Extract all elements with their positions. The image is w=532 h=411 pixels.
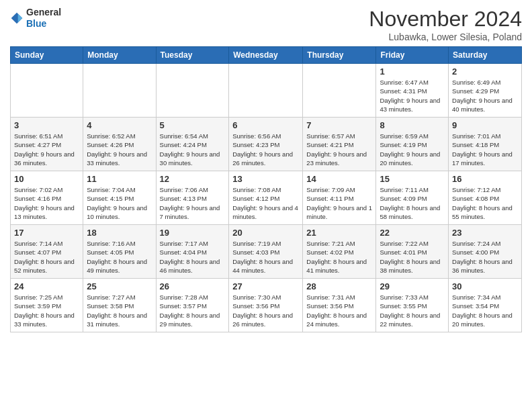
day-info: Sunrise: 6:56 AM Sunset: 4:23 PM Dayligh… [232, 132, 299, 167]
day-cell: 23Sunrise: 7:24 AM Sunset: 4:00 PM Dayli… [449, 225, 522, 279]
day-cell: 12Sunrise: 7:06 AM Sunset: 4:13 PM Dayli… [156, 171, 229, 225]
day-info: Sunrise: 7:33 AM Sunset: 3:55 PM Dayligh… [380, 293, 445, 328]
day-cell: 5Sunrise: 6:54 AM Sunset: 4:24 PM Daylig… [156, 118, 229, 171]
logo-text: General Blue [26, 7, 61, 30]
day-cell: 11Sunrise: 7:04 AM Sunset: 4:15 PM Dayli… [83, 171, 156, 225]
weekday-tuesday: Tuesday [156, 47, 229, 64]
day-info: Sunrise: 7:30 AM Sunset: 3:56 PM Dayligh… [232, 293, 299, 328]
weekday-thursday: Thursday [303, 47, 376, 64]
day-number: 20 [232, 228, 299, 238]
day-cell: 24Sunrise: 7:25 AM Sunset: 3:59 PM Dayli… [11, 279, 83, 332]
day-cell: 1Sunrise: 6:47 AM Sunset: 4:31 PM Daylig… [376, 64, 449, 118]
logo: General Blue [10, 7, 61, 30]
day-number: 18 [87, 228, 152, 238]
day-info: Sunrise: 7:02 AM Sunset: 4:16 PM Dayligh… [14, 185, 79, 221]
day-info: Sunrise: 7:08 AM Sunset: 4:12 PM Dayligh… [232, 185, 299, 221]
logo-icon [10, 11, 24, 25]
day-cell: 6Sunrise: 6:56 AM Sunset: 4:23 PM Daylig… [229, 118, 303, 171]
day-number: 27 [232, 281, 299, 291]
day-cell: 16Sunrise: 7:12 AM Sunset: 4:08 PM Dayli… [449, 171, 522, 225]
day-number: 15 [380, 174, 445, 184]
weekday-friday: Friday [376, 47, 449, 64]
day-cell: 26Sunrise: 7:28 AM Sunset: 3:57 PM Dayli… [156, 279, 229, 332]
header: General Blue November 2024 Lubawka, Lowe… [10, 7, 522, 42]
logo-general: General [26, 7, 61, 18]
day-cell: 30Sunrise: 7:34 AM Sunset: 3:54 PM Dayli… [449, 279, 522, 332]
day-info: Sunrise: 7:34 AM Sunset: 3:54 PM Dayligh… [452, 293, 518, 328]
day-number: 1 [380, 66, 445, 77]
day-number: 30 [452, 281, 518, 291]
day-number: 22 [380, 228, 445, 238]
day-cell: 21Sunrise: 7:21 AM Sunset: 4:02 PM Dayli… [303, 225, 376, 279]
day-cell: 20Sunrise: 7:19 AM Sunset: 4:03 PM Dayli… [229, 225, 303, 279]
day-info: Sunrise: 6:47 AM Sunset: 4:31 PM Dayligh… [380, 78, 445, 113]
day-cell: 10Sunrise: 7:02 AM Sunset: 4:16 PM Dayli… [11, 171, 83, 225]
day-number: 12 [160, 174, 226, 184]
day-number: 14 [306, 174, 372, 184]
day-info: Sunrise: 7:01 AM Sunset: 4:18 PM Dayligh… [452, 132, 518, 167]
day-cell: 7Sunrise: 6:57 AM Sunset: 4:21 PM Daylig… [303, 118, 376, 171]
day-info: Sunrise: 7:27 AM Sunset: 3:58 PM Dayligh… [87, 293, 152, 328]
day-cell: 22Sunrise: 7:22 AM Sunset: 4:01 PM Dayli… [376, 225, 449, 279]
weekday-saturday: Saturday [449, 47, 522, 64]
week-row-5: 24Sunrise: 7:25 AM Sunset: 3:59 PM Dayli… [11, 279, 522, 332]
day-info: Sunrise: 7:06 AM Sunset: 4:13 PM Dayligh… [160, 185, 226, 221]
day-number: 11 [87, 174, 152, 184]
day-cell: 14Sunrise: 7:09 AM Sunset: 4:11 PM Dayli… [303, 171, 376, 225]
day-info: Sunrise: 7:25 AM Sunset: 3:59 PM Dayligh… [14, 293, 79, 328]
location-subtitle: Lubawka, Lower Silesia, Poland [369, 32, 522, 42]
day-cell [11, 64, 83, 118]
day-info: Sunrise: 7:19 AM Sunset: 4:03 PM Dayligh… [232, 239, 299, 275]
day-number: 24 [14, 281, 79, 291]
month-title: November 2024 [369, 7, 522, 32]
day-cell: 19Sunrise: 7:17 AM Sunset: 4:04 PM Dayli… [156, 225, 229, 279]
day-info: Sunrise: 7:17 AM Sunset: 4:04 PM Dayligh… [160, 239, 226, 275]
day-cell: 3Sunrise: 6:51 AM Sunset: 4:27 PM Daylig… [11, 118, 83, 171]
day-number: 9 [452, 120, 518, 130]
day-info: Sunrise: 7:12 AM Sunset: 4:08 PM Dayligh… [452, 185, 518, 221]
day-info: Sunrise: 6:51 AM Sunset: 4:27 PM Dayligh… [14, 132, 79, 167]
day-number: 3 [14, 120, 79, 130]
week-row-4: 17Sunrise: 7:14 AM Sunset: 4:07 PM Dayli… [11, 225, 522, 279]
weekday-wednesday: Wednesday [229, 47, 303, 64]
day-cell: 4Sunrise: 6:52 AM Sunset: 4:26 PM Daylig… [83, 118, 156, 171]
day-number: 17 [14, 228, 79, 238]
week-row-3: 10Sunrise: 7:02 AM Sunset: 4:16 PM Dayli… [11, 171, 522, 225]
day-cell [83, 64, 156, 118]
day-info: Sunrise: 7:28 AM Sunset: 3:57 PM Dayligh… [160, 293, 226, 328]
svg-marker-1 [18, 13, 23, 22]
day-info: Sunrise: 7:11 AM Sunset: 4:09 PM Dayligh… [380, 185, 445, 221]
day-number: 5 [160, 120, 226, 130]
day-number: 7 [306, 120, 372, 130]
day-cell: 13Sunrise: 7:08 AM Sunset: 4:12 PM Dayli… [229, 171, 303, 225]
day-cell [229, 64, 303, 118]
day-info: Sunrise: 7:04 AM Sunset: 4:15 PM Dayligh… [87, 185, 152, 221]
day-info: Sunrise: 6:49 AM Sunset: 4:29 PM Dayligh… [452, 78, 518, 113]
day-cell [156, 64, 229, 118]
calendar-table: SundayMondayTuesdayWednesdayThursdayFrid… [10, 46, 522, 332]
day-number: 6 [232, 120, 299, 130]
day-info: Sunrise: 7:16 AM Sunset: 4:05 PM Dayligh… [87, 239, 152, 275]
day-info: Sunrise: 7:21 AM Sunset: 4:02 PM Dayligh… [306, 239, 372, 275]
day-cell: 8Sunrise: 6:59 AM Sunset: 4:19 PM Daylig… [376, 118, 449, 171]
day-cell: 2Sunrise: 6:49 AM Sunset: 4:29 PM Daylig… [449, 64, 522, 118]
day-number: 23 [452, 228, 518, 238]
weekday-header-row: SundayMondayTuesdayWednesdayThursdayFrid… [11, 47, 522, 64]
week-row-1: 1Sunrise: 6:47 AM Sunset: 4:31 PM Daylig… [11, 64, 522, 118]
title-block: November 2024 Lubawka, Lower Silesia, Po… [369, 7, 522, 42]
day-number: 10 [14, 174, 79, 184]
day-number: 2 [452, 66, 518, 77]
day-number: 28 [306, 281, 372, 291]
day-number: 16 [452, 174, 518, 184]
day-info: Sunrise: 6:59 AM Sunset: 4:19 PM Dayligh… [380, 132, 445, 167]
week-row-2: 3Sunrise: 6:51 AM Sunset: 4:27 PM Daylig… [11, 118, 522, 171]
day-info: Sunrise: 7:22 AM Sunset: 4:01 PM Dayligh… [380, 239, 445, 275]
day-number: 21 [306, 228, 372, 238]
day-cell: 27Sunrise: 7:30 AM Sunset: 3:56 PM Dayli… [229, 279, 303, 332]
day-info: Sunrise: 6:54 AM Sunset: 4:24 PM Dayligh… [160, 132, 226, 167]
day-cell: 25Sunrise: 7:27 AM Sunset: 3:58 PM Dayli… [83, 279, 156, 332]
weekday-sunday: Sunday [11, 47, 83, 64]
day-number: 26 [160, 281, 226, 291]
calendar-container: General Blue November 2024 Lubawka, Lowe… [0, 0, 532, 339]
day-info: Sunrise: 7:09 AM Sunset: 4:11 PM Dayligh… [306, 185, 372, 221]
